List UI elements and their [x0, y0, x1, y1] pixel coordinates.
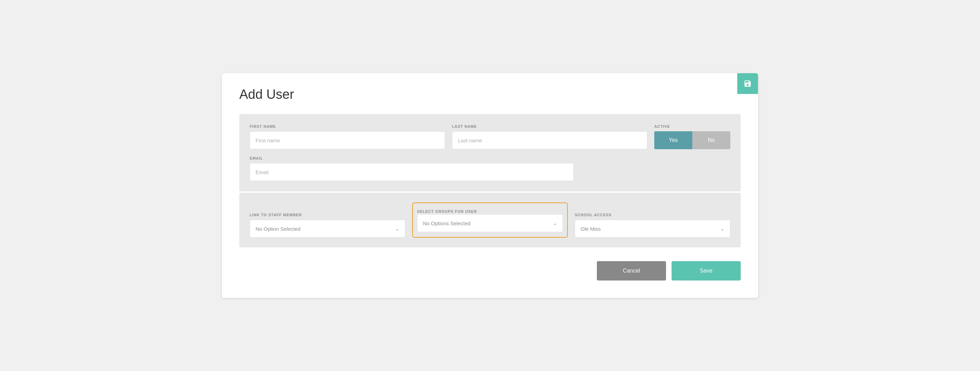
select-groups-arrow-icon: ⌄ [553, 220, 557, 226]
last-name-group: LAST NAME [452, 124, 648, 149]
yes-button[interactable]: Yes [654, 131, 692, 149]
email-row: EMAIL [250, 156, 730, 181]
select-groups-dropdown[interactable]: No Options Selected ⌄ [417, 214, 563, 232]
last-name-label: LAST NAME [452, 124, 648, 128]
school-access-dropdown[interactable]: Ole Miss ⌄ [575, 220, 730, 238]
save-button[interactable]: Save [671, 261, 741, 281]
name-row: FIRST NAME LAST NAME ACTIVE Yes No [250, 124, 730, 149]
email-input[interactable] [250, 163, 574, 181]
dropdowns-section: LINK TO STAFF MEMBER No Option Selected … [239, 193, 741, 247]
active-group: ACTIVE Yes No [654, 124, 730, 149]
active-toggle: Yes No [654, 131, 730, 149]
first-name-label: FIRST NAME [250, 124, 445, 128]
school-access-label: SCHOOL ACCESS [575, 213, 730, 217]
top-save-icon-button[interactable] [737, 73, 758, 94]
page-container: Add User FIRST NAME LAST NAME ACTIVE Yes… [222, 73, 758, 298]
school-access-arrow-icon: ⌄ [720, 226, 724, 231]
first-name-group: FIRST NAME [250, 124, 445, 149]
last-name-input[interactable] [452, 131, 648, 149]
link-staff-group: LINK TO STAFF MEMBER No Option Selected … [250, 213, 405, 238]
link-staff-label: LINK TO STAFF MEMBER [250, 213, 405, 217]
no-button[interactable]: No [692, 131, 730, 149]
link-staff-arrow-icon: ⌄ [395, 226, 399, 231]
page-title: Add User [239, 87, 741, 102]
link-staff-value: No Option Selected [256, 226, 301, 232]
first-name-input[interactable] [250, 131, 445, 149]
select-groups-group: SELECT GROUPS FOR USER No Options Select… [412, 203, 568, 238]
link-staff-dropdown[interactable]: No Option Selected ⌄ [250, 220, 405, 238]
email-label: EMAIL [250, 156, 574, 160]
select-groups-wrapper: SELECT GROUPS FOR USER No Options Select… [412, 203, 568, 238]
cancel-button[interactable]: Cancel [597, 261, 666, 281]
active-label: ACTIVE [654, 124, 730, 128]
select-groups-value: No Options Selected [423, 220, 471, 226]
select-groups-label: SELECT GROUPS FOR USER [417, 209, 477, 214]
school-access-group: SCHOOL ACCESS Ole Miss ⌄ [575, 213, 730, 238]
user-info-section: FIRST NAME LAST NAME ACTIVE Yes No EMAIL [239, 114, 741, 191]
action-row: Cancel Save [239, 261, 741, 281]
school-access-value: Ole Miss [581, 226, 601, 232]
email-group: EMAIL [250, 156, 574, 181]
